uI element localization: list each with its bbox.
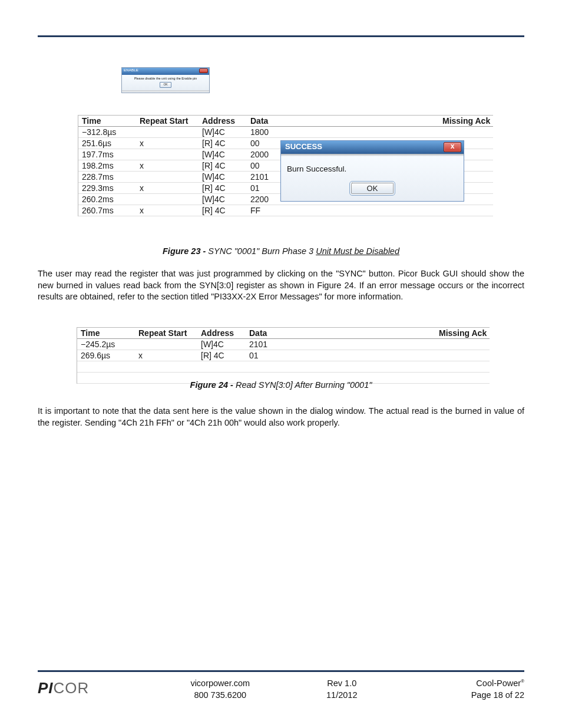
top-rule	[38, 35, 524, 37]
enable-dialog: ENABLE Please disable the unit using the…	[121, 67, 210, 93]
footer-product: Cool-Power® Page 18 of 22	[403, 678, 525, 701]
success-ok-button[interactable]: OK	[351, 183, 394, 194]
th-time: Time	[78, 116, 136, 126]
table-row: −245.2µs[W]4C2101	[77, 339, 490, 350]
trace-figure-23: Time Repeat Start Address Data Missing A…	[78, 115, 493, 216]
paragraph-2: It is important to note that the data se…	[38, 406, 524, 429]
th-repeat: Repeat Start	[135, 328, 197, 338]
th-missing: Missing Ack	[435, 328, 490, 338]
paragraph-1: The user may read the register that was …	[38, 268, 524, 303]
th-repeat: Repeat Start	[136, 116, 199, 126]
enable-title: ENABLE	[124, 68, 138, 72]
enable-message: Please disable the unit using the Enable…	[124, 77, 207, 80]
table-row: 260.7msx[R] 4CFF	[78, 205, 493, 216]
th-data: Data	[247, 116, 299, 126]
th-data: Data	[246, 328, 297, 338]
figure-23-caption: Figure 23 - SYNC "0001" Burn Phase 3 Uni…	[0, 246, 562, 256]
figure-24-caption: Figure 24 - Read SYN[3:0] After Burning …	[0, 380, 562, 390]
footer-contact: vicorpower.com 800 735.6200	[160, 678, 282, 701]
th-time: Time	[77, 328, 135, 338]
enable-ok-button[interactable]: OK	[160, 82, 171, 88]
trace-figure-24: Time Repeat Start Address Data Missing A…	[77, 327, 490, 384]
success-title: SUCCESS	[285, 142, 322, 151]
footer: PICOR vicorpower.com 800 735.6200 Rev 1.…	[38, 678, 524, 704]
enable-titlebar: ENABLE	[122, 68, 209, 75]
footer-rule	[38, 670, 524, 672]
th-missing: Missing Ack	[439, 116, 493, 126]
close-icon[interactable]: x	[444, 142, 461, 152]
success-dialog: SUCCESS x Burn Successful. OK	[280, 140, 464, 202]
success-message: Burn Successful.	[287, 164, 458, 173]
th-address: Address	[197, 328, 246, 338]
close-icon[interactable]	[199, 68, 208, 73]
table-row: −312.8µs[W]4C1800	[78, 127, 493, 138]
table-row: 269.6µsx[R] 4C01	[77, 350, 490, 361]
th-address: Address	[199, 116, 247, 126]
success-titlebar: SUCCESS x	[281, 141, 464, 154]
footer-rev: Rev 1.0 11/2012	[281, 678, 403, 701]
footer-brand: PICOR	[38, 678, 160, 701]
